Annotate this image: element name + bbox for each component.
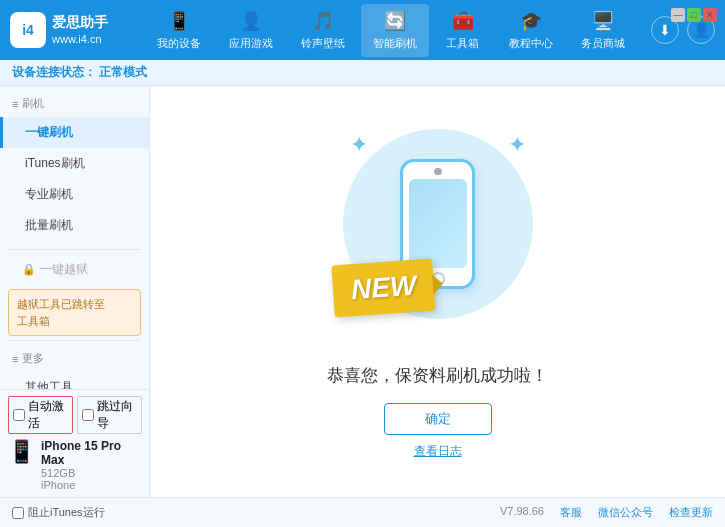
illustration: ✦ ✦ NEW	[338, 124, 538, 344]
sidebar-flash-section: ≡ 刷机 一键刷机 iTunes刷机 专业刷机 批量刷机	[0, 86, 149, 245]
sidebar-item-onekey-flash[interactable]: 一键刷机	[0, 117, 149, 148]
phone-camera	[434, 168, 442, 176]
my-device-label: 我的设备	[157, 36, 201, 51]
smart-flash-icon: 🔄	[384, 10, 406, 32]
sidebar-section-flash: ≡ 刷机	[0, 90, 149, 117]
device-section: 自动激活 跳过向导 📱 iPhone 15 Pro Max 512GB iPho…	[0, 389, 150, 497]
brand-name: 爱思助手	[52, 13, 108, 33]
device-details: iPhone 15 Pro Max 512GB iPhone	[41, 439, 142, 491]
nav-tutorial[interactable]: 🎓 教程中心	[497, 4, 565, 57]
sidebar: ≡ 刷机 一键刷机 iTunes刷机 专业刷机 批量刷机 🔒 一键越狱 越狱工具…	[0, 86, 150, 497]
sidebar-item-pro-flash[interactable]: 专业刷机	[0, 179, 149, 210]
header: i4 爱思助手 www.i4.cn 📱 我的设备 👤 应用游戏 🎵 铃声壁纸 🔄…	[0, 0, 725, 60]
guide-wrapper: 跳过向导	[77, 396, 142, 434]
toolbox-icon: 🧰	[452, 10, 474, 32]
log-link[interactable]: 查看日志	[414, 443, 462, 460]
customer-service-link[interactable]: 客服	[560, 505, 582, 520]
logo-icon: i4	[10, 12, 46, 48]
sparkle-right-icon: ✦	[508, 132, 526, 158]
nav-ringtone[interactable]: 🎵 铃声壁纸	[289, 4, 357, 57]
maximize-button[interactable]: □	[687, 8, 701, 22]
confirm-button[interactable]: 确定	[384, 403, 492, 435]
sidebar-notice: 越狱工具已跳转至工具箱	[8, 289, 141, 336]
sidebar-item-itunes-flash[interactable]: iTunes刷机	[0, 148, 149, 179]
ringtone-icon: 🎵	[312, 10, 334, 32]
my-device-icon: 📱	[168, 10, 190, 32]
service-label: 务员商城	[581, 36, 625, 51]
app-games-label: 应用游戏	[229, 36, 273, 51]
close-button[interactable]: ✕	[703, 8, 717, 22]
new-banner: NEW	[331, 258, 436, 317]
smart-flash-label: 智能刷机	[373, 36, 417, 51]
logo-text: 爱思助手 www.i4.cn	[52, 13, 108, 48]
nav-toolbox[interactable]: 🧰 工具箱	[433, 4, 493, 57]
status-bar: 设备连接状态： 正常模式	[0, 60, 725, 86]
status-prefix: 设备连接状态：	[12, 65, 96, 79]
check-update-link[interactable]: 检查更新	[669, 505, 713, 520]
logo: i4 爱思助手 www.i4.cn	[10, 12, 130, 48]
status-value: 正常模式	[99, 65, 147, 79]
content-area: ✦ ✦ NEW 恭喜您，保资料刷机成功啦！ 确定 查看日志	[150, 86, 725, 497]
sidebar-divider2	[8, 340, 141, 341]
auto-row: 自动激活 跳过向导	[8, 396, 142, 434]
nav-my-device[interactable]: 📱 我的设备	[145, 4, 213, 57]
bottom-bar: 阻止iTunes运行 V7.98.66 客服 微信公众号 检查更新	[0, 497, 725, 527]
device-storage: 512GB	[41, 467, 142, 479]
banner-arrow-icon	[432, 273, 443, 294]
phone-screen	[409, 179, 467, 268]
app-games-icon: 👤	[240, 10, 262, 32]
nav-app-games[interactable]: 👤 应用游戏	[217, 4, 285, 57]
sparkle-left-icon: ✦	[350, 132, 368, 158]
itunes-checkbox[interactable]	[12, 507, 24, 519]
window-controls: — □ ✕	[671, 8, 717, 22]
new-label: NEW	[349, 269, 416, 304]
tutorial-icon: 🎓	[520, 10, 542, 32]
logo-letter: i4	[22, 22, 34, 38]
sidebar-divider1	[8, 249, 141, 250]
wechat-link[interactable]: 微信公众号	[598, 505, 653, 520]
auto-activate-wrapper: 自动激活	[8, 396, 73, 434]
main-area: ≡ 刷机 一键刷机 iTunes刷机 专业刷机 批量刷机 🔒 一键越狱 越狱工具…	[0, 86, 725, 497]
sidebar-section-more: ≡ 更多	[0, 345, 149, 372]
version-label: V7.98.66	[500, 505, 544, 520]
ringtone-label: 铃声壁纸	[301, 36, 345, 51]
itunes-control: 阻止iTunes运行	[12, 505, 105, 520]
nav-service[interactable]: 🖥️ 务员商城	[569, 4, 637, 57]
bottom-right: V7.98.66 客服 微信公众号 检查更新	[500, 505, 713, 520]
guide-checkbox[interactable]	[82, 409, 94, 421]
auto-activate-label: 自动激活	[28, 398, 68, 432]
service-icon: 🖥️	[592, 10, 614, 32]
itunes-label: 阻止iTunes运行	[28, 505, 105, 520]
device-type: iPhone	[41, 479, 142, 491]
toolbox-label: 工具箱	[446, 36, 479, 51]
nav-smart-flash[interactable]: 🔄 智能刷机	[361, 4, 429, 57]
device-phone-icon: 📱	[8, 439, 35, 465]
bottom-left: 阻止iTunes运行	[12, 505, 105, 520]
sidebar-item-jailbreak: 🔒 一键越狱	[0, 254, 149, 285]
auto-activate-checkbox[interactable]	[13, 409, 25, 421]
lock-icon: 🔒	[22, 263, 36, 276]
brand-url: www.i4.cn	[52, 32, 108, 47]
nav-bar: 📱 我的设备 👤 应用游戏 🎵 铃声壁纸 🔄 智能刷机 🧰 工具箱 🎓 教程中心…	[130, 4, 651, 57]
device-name: iPhone 15 Pro Max	[41, 439, 142, 467]
success-text: 恭喜您，保资料刷机成功啦！	[327, 364, 548, 387]
minimize-button[interactable]: —	[671, 8, 685, 22]
sidebar-item-batch-flash[interactable]: 批量刷机	[0, 210, 149, 241]
tutorial-label: 教程中心	[509, 36, 553, 51]
guide-label: 跳过向导	[97, 398, 137, 432]
device-info: 📱 iPhone 15 Pro Max 512GB iPhone	[8, 439, 142, 491]
